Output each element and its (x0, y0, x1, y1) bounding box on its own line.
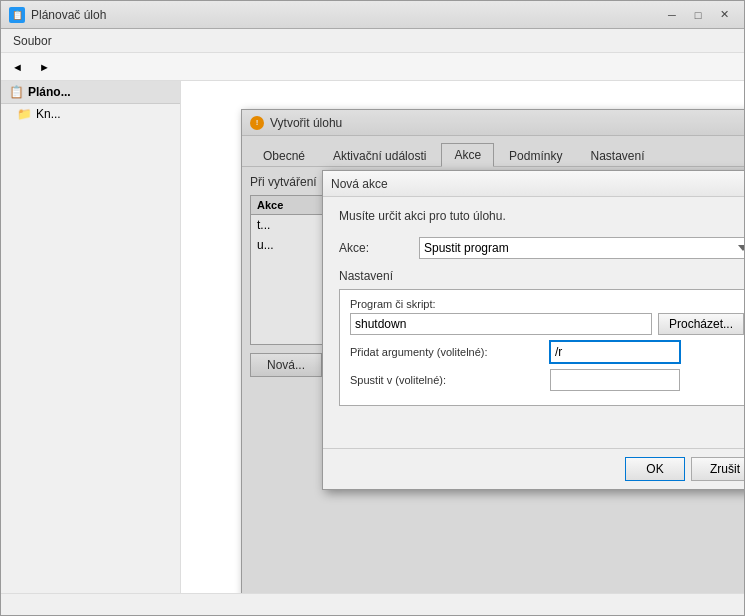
main-window: 📋 Plánovač úloh ─ □ ✕ Soubor ◄ ► 📋 Pláno… (0, 0, 745, 616)
program-input[interactable] (350, 313, 652, 335)
app-icon: 📋 (9, 7, 25, 23)
nastaveni-border: Program či skript: Procházet... Přidat a… (339, 289, 744, 406)
outer-dialog: ! Vytvořit úlohu ✕ Obecné Aktivační udál… (241, 109, 744, 593)
inner-dialog-footer: OK Zrušit (323, 448, 744, 489)
spustit-row: Spustit v (volitelné): (350, 369, 744, 391)
inner-dialog-title-bar: Nová akce ✕ (323, 171, 744, 197)
args-label: Přidat argumenty (volitelné): (350, 346, 550, 358)
sidebar-header: 📋 Pláno... (1, 81, 180, 104)
spustit-label: Spustit v (volitelné): (350, 374, 550, 386)
toolbar: ◄ ► (1, 53, 744, 81)
akce-label: Akce: (339, 241, 419, 255)
inner-dialog: Nová akce ✕ Musíte určit akci pro tuto ú… (322, 170, 744, 490)
main-title-controls: ─ □ ✕ (660, 6, 736, 24)
nastaveni-label: Nastavení (339, 269, 744, 283)
menu-soubor[interactable]: Soubor (5, 32, 60, 50)
inner-dialog-body: Musíte určit akci pro tuto úlohu. Akce: … (323, 197, 744, 448)
nastaveni-section: Nastavení Program či skript: Procházet..… (339, 269, 744, 406)
args-row: Přidat argumenty (volitelné): (350, 341, 744, 363)
main-content: 📋 Pláno... 📁 Kn... ! Vytvořit úlohu ✕ (1, 81, 744, 593)
program-label: Program či skript: (350, 298, 744, 310)
maximize-button[interactable]: □ (686, 6, 710, 24)
program-row: Program či skript: Procházet... (350, 298, 744, 335)
sidebar-folder-icon: 📁 (17, 107, 32, 121)
main-title-bar: 📋 Plánovač úloh ─ □ ✕ (1, 1, 744, 29)
args-input[interactable] (550, 341, 680, 363)
toolbar-forward[interactable]: ► (32, 56, 57, 78)
sidebar-header-icon: 📋 (9, 85, 24, 99)
sidebar: 📋 Pláno... 📁 Kn... (1, 81, 181, 593)
inner-dialog-close[interactable]: ✕ (743, 176, 744, 192)
browse-button[interactable]: Procházet... (658, 313, 744, 335)
inner-dialog-title-text: Nová akce (331, 177, 388, 191)
status-bar (1, 593, 744, 615)
sidebar-header-label: Pláno... (28, 85, 71, 99)
inner-ok-button[interactable]: OK (625, 457, 685, 481)
inner-cancel-button[interactable]: Zrušit (691, 457, 744, 481)
program-input-row: Procházet... (350, 313, 744, 335)
toolbar-back[interactable]: ◄ (5, 56, 30, 78)
instruction-text: Musíte určit akci pro tuto úlohu. (339, 209, 744, 223)
main-close-button[interactable]: ✕ (712, 6, 736, 24)
spustit-input[interactable] (550, 369, 680, 391)
minimize-button[interactable]: ─ (660, 6, 684, 24)
menu-bar: Soubor (1, 29, 744, 53)
akce-select[interactable]: Spustit program (419, 237, 744, 259)
sidebar-item-kn[interactable]: 📁 Kn... (1, 104, 180, 124)
sidebar-item-label: Kn... (36, 107, 61, 121)
main-window-title: Plánovač úloh (31, 8, 106, 22)
content-area: ! Vytvořit úlohu ✕ Obecné Aktivační udál… (181, 81, 744, 593)
akce-form-row: Akce: Spustit program (339, 237, 744, 259)
